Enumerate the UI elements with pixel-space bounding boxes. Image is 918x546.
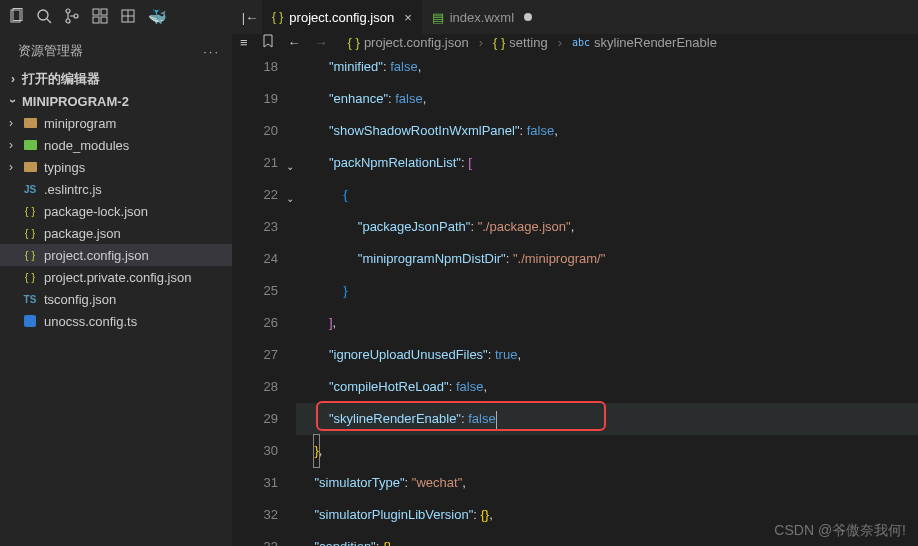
folder-icon <box>22 159 38 175</box>
docker-icon[interactable]: 🐳 <box>148 8 167 26</box>
folder-icon <box>22 115 38 131</box>
tree-item-project-private-config-json[interactable]: ›{ }project.private.config.json <box>0 266 232 288</box>
svg-point-5 <box>66 19 70 23</box>
tab-label: index.wxml <box>450 10 514 25</box>
json-icon: { } <box>22 247 38 263</box>
tree-item-tsconfig-json[interactable]: ›TStsconfig.json <box>0 288 232 310</box>
tree-item-unocss-config-ts[interactable]: ›unocss.config.ts <box>0 310 232 332</box>
tab-index-wxml[interactable]: ▤ index.wxml <box>422 0 542 34</box>
tree-item--eslintrc-js[interactable]: ›JS.eslintrc.js <box>0 178 232 200</box>
search-icon[interactable] <box>36 8 52 27</box>
tree-item-package-lock-json[interactable]: ›{ }package-lock.json <box>0 200 232 222</box>
svg-point-6 <box>74 14 78 18</box>
modified-dot-icon <box>524 13 532 21</box>
tab-bar: |← { } project.config.json × ▤ index.wxm… <box>232 0 918 34</box>
tab-project-config[interactable]: { } project.config.json × <box>262 0 422 34</box>
tab-label: project.config.json <box>289 10 394 25</box>
tree-item-package-json[interactable]: ›{ }package.json <box>0 222 232 244</box>
forward-icon[interactable]: → <box>315 35 328 50</box>
js-icon: JS <box>22 181 38 197</box>
uno-icon <box>22 313 38 329</box>
json-icon: { } <box>272 10 283 24</box>
svg-rect-9 <box>93 17 99 23</box>
close-icon[interactable]: × <box>404 10 412 25</box>
tree-item-typings[interactable]: ›typings <box>0 156 232 178</box>
svg-rect-7 <box>93 9 99 15</box>
collapse-icon[interactable]: |← <box>238 10 262 25</box>
tree-item-node_modules[interactable]: ›node_modules <box>0 134 232 156</box>
ts-icon: TS <box>22 291 38 307</box>
sidebar-title: 资源管理器 <box>18 42 83 60</box>
svg-point-2 <box>38 10 48 20</box>
tree-item-miniprogram[interactable]: ›miniprogram <box>0 112 232 134</box>
json-icon: { } <box>22 269 38 285</box>
source-control-icon[interactable] <box>64 8 80 27</box>
extensions-icon[interactable] <box>92 8 108 27</box>
tree-item-project-config-json[interactable]: ›{ }project.config.json <box>0 244 232 266</box>
json-icon: { } <box>22 225 38 241</box>
wxml-icon: ▤ <box>432 10 444 25</box>
breadcrumb[interactable]: ≡ ← → { }project.config.json › { }settin… <box>232 34 918 51</box>
grid-icon[interactable] <box>120 8 136 27</box>
more-icon[interactable]: ··· <box>203 44 220 59</box>
back-icon[interactable]: ← <box>288 35 301 50</box>
project-header[interactable]: ›MINIPROGRAM-2 <box>0 90 232 112</box>
code-editor[interactable]: ⌄ ⌄ 18192021222324252627282930313233 "mi… <box>232 51 918 546</box>
activity-bar: 🐳 <box>0 0 232 34</box>
svg-point-4 <box>66 9 70 13</box>
svg-rect-8 <box>101 9 107 15</box>
svg-rect-10 <box>101 17 107 23</box>
green-icon <box>22 137 38 153</box>
svg-line-3 <box>47 19 51 23</box>
bookmark-icon[interactable] <box>262 34 274 51</box>
open-editors-header[interactable]: ›打开的编辑器 <box>0 68 232 90</box>
list-icon[interactable]: ≡ <box>240 35 248 50</box>
json-icon: { } <box>22 203 38 219</box>
files-icon[interactable] <box>8 8 24 27</box>
